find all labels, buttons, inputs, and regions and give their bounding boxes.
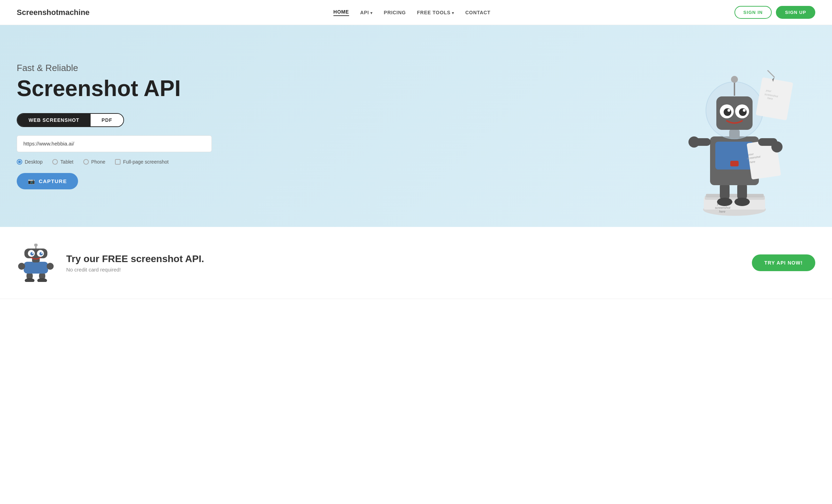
hero-section: Fast & Reliable Screenshot API WEB SCREE… bbox=[0, 25, 832, 227]
svg-point-55 bbox=[34, 244, 38, 247]
svg-point-32 bbox=[731, 76, 738, 83]
svg-point-27 bbox=[724, 108, 731, 116]
promo-robot-icon bbox=[17, 244, 55, 282]
svg-line-37 bbox=[768, 70, 775, 77]
capture-button[interactable]: 📷 CAPTURE bbox=[17, 173, 78, 189]
device-options: Desktop Tablet Phone Full-page screensho… bbox=[17, 159, 212, 165]
promo-left: Try our FREE screenshot API. No credit c… bbox=[17, 244, 204, 282]
promo-headline: Try our FREE screenshot API. bbox=[66, 253, 204, 265]
svg-point-10 bbox=[734, 198, 750, 206]
checkbox-fullpage bbox=[115, 159, 121, 165]
logo-text-regular: Screenshot bbox=[17, 8, 59, 17]
svg-point-42 bbox=[37, 278, 47, 282]
nav-item-pricing[interactable]: PRICING bbox=[384, 10, 406, 15]
url-input[interactable] bbox=[23, 141, 205, 147]
hero-content: Fast & Reliable Screenshot API WEB SCREE… bbox=[17, 63, 212, 189]
svg-rect-43 bbox=[24, 262, 48, 274]
url-input-container bbox=[17, 135, 212, 152]
svg-point-29 bbox=[727, 109, 730, 112]
svg-point-19 bbox=[688, 136, 700, 148]
capture-button-label: CAPTURE bbox=[39, 178, 67, 184]
nav-item-contact[interactable]: CONTACT bbox=[465, 10, 491, 15]
svg-rect-47 bbox=[24, 249, 47, 258]
svg-point-44 bbox=[18, 263, 25, 270]
promo-text: Try our FREE screenshot API. No credit c… bbox=[66, 253, 204, 273]
svg-point-53 bbox=[41, 252, 43, 254]
radio-phone bbox=[83, 159, 89, 165]
logo[interactable]: Screenshotmachine bbox=[17, 8, 90, 17]
svg-point-9 bbox=[717, 198, 732, 206]
svg-point-41 bbox=[25, 278, 34, 282]
svg-point-51 bbox=[39, 252, 43, 255]
promo-section: Try our FREE screenshot API. No credit c… bbox=[0, 227, 832, 299]
svg-point-21 bbox=[771, 141, 783, 152]
nav-item-home[interactable]: HOME bbox=[333, 9, 349, 16]
promo-subtext: No credit card required! bbox=[66, 267, 204, 273]
option-phone[interactable]: Phone bbox=[83, 159, 105, 165]
nav-links: HOME API PRICING FREE TOOLS CONTACT bbox=[333, 9, 491, 16]
hero-subtitle: Fast & Reliable bbox=[17, 63, 212, 73]
navbar: Screenshotmachine HOME API PRICING FREE … bbox=[0, 0, 832, 25]
svg-point-45 bbox=[47, 263, 54, 270]
camera-icon: 📷 bbox=[28, 178, 35, 184]
svg-point-28 bbox=[739, 108, 747, 116]
option-tablet[interactable]: Tablet bbox=[52, 159, 73, 165]
svg-rect-33 bbox=[756, 77, 793, 120]
robot-illustration: your screenshot here your screenshot her… bbox=[679, 46, 811, 227]
sign-up-button[interactable]: SIGN UP bbox=[776, 6, 815, 19]
sign-in-button[interactable]: SIGN IN bbox=[734, 6, 772, 19]
svg-point-52 bbox=[32, 252, 33, 254]
nav-item-api[interactable]: API bbox=[360, 10, 373, 15]
svg-text:screenshot: screenshot bbox=[715, 206, 731, 210]
tab-pdf[interactable]: PDF bbox=[91, 114, 124, 126]
tab-web-screenshot[interactable]: WEB SCREENSHOT bbox=[17, 114, 91, 126]
hero-title: Screenshot API bbox=[17, 76, 212, 101]
svg-rect-3 bbox=[706, 194, 764, 197]
svg-point-50 bbox=[30, 252, 34, 255]
radio-tablet bbox=[52, 159, 58, 165]
radio-desktop bbox=[17, 159, 22, 165]
capture-type-tabs: WEB SCREENSHOT PDF bbox=[17, 113, 124, 127]
logo-text-bold: machine bbox=[59, 8, 90, 17]
nav-buttons: SIGN IN SIGN UP bbox=[734, 6, 815, 19]
svg-rect-13 bbox=[730, 161, 739, 166]
option-fullpage[interactable]: Full-page screenshot bbox=[115, 159, 169, 165]
nav-item-free-tools[interactable]: FREE TOOLS bbox=[417, 10, 454, 15]
try-api-button[interactable]: TRY API NOW! bbox=[752, 254, 815, 271]
svg-text:here: here bbox=[719, 210, 725, 213]
svg-point-30 bbox=[743, 109, 746, 112]
option-desktop[interactable]: Desktop bbox=[17, 159, 43, 165]
